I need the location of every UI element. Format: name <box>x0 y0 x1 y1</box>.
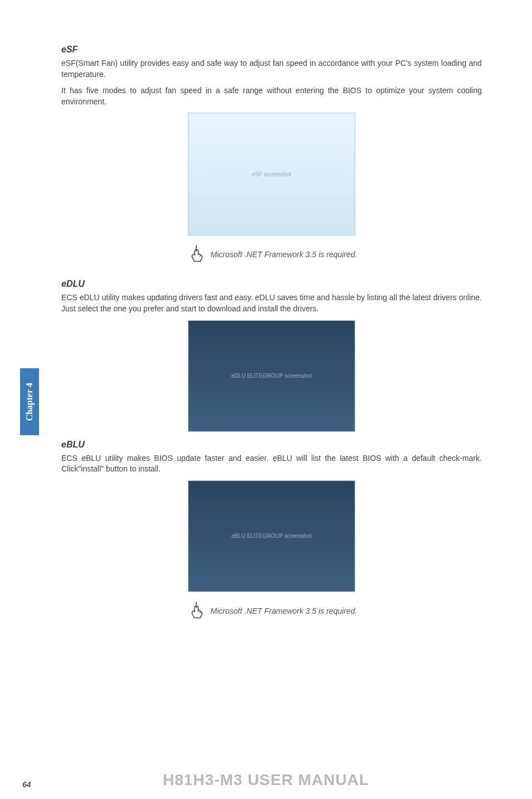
eblu-screenshot-label: eBLU ELITEGROUP screenshot <box>231 533 312 539</box>
esf-heading: eSF <box>61 45 482 55</box>
esf-paragraph-2: It has five modes to adjust fan speed in… <box>61 85 482 107</box>
esf-paragraph-1: eSF(Smart Fan) utility provides easy and… <box>61 58 482 80</box>
edlu-screenshot-label: eDLU ELITEGROUP screenshot <box>231 373 312 379</box>
esf-screenshot: eSF screenshot <box>188 113 355 235</box>
esf-note-row: Microsoft .NET Framework 3.5 is required… <box>61 243 482 266</box>
eblu-note-text: Microsoft .NET Framework 3.5 is required… <box>211 607 357 615</box>
eblu-heading: eBLU <box>61 440 482 450</box>
esf-screenshot-label: eSF screenshot <box>252 171 291 177</box>
footer-title: H81H3-M3 USER MANUAL <box>0 771 532 789</box>
footer-band: H81H3-M3 USER MANUAL <box>0 771 532 789</box>
page-content: eSF eSF(Smart Fan) utility provides easy… <box>0 0 532 799</box>
edlu-paragraph-1: ECS eDLU utility makes updating drivers … <box>61 292 482 314</box>
edlu-heading: eDLU <box>61 279 482 289</box>
pointing-hand-icon <box>186 243 206 266</box>
pointing-hand-icon <box>186 600 206 622</box>
edlu-screenshot: eDLU ELITEGROUP screenshot <box>188 320 355 432</box>
eblu-screenshot: eBLU ELITEGROUP screenshot <box>188 480 355 592</box>
eblu-paragraph-1: ECS eBLU utility makes BIOS update faste… <box>61 453 482 475</box>
eblu-note-row: Microsoft .NET Framework 3.5 is required… <box>61 600 482 622</box>
esf-note-text: Microsoft .NET Framework 3.5 is required… <box>211 250 357 259</box>
page-number: 64 <box>22 780 31 789</box>
